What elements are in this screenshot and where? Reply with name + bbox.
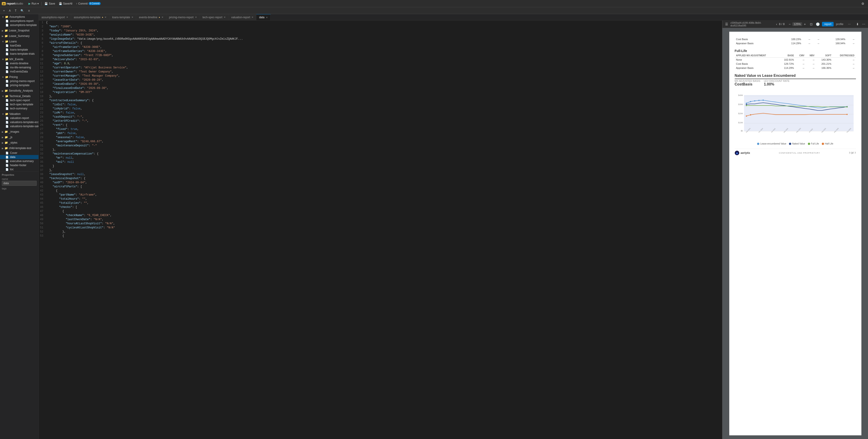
- sidebar-folder-child-template-header[interactable]: ▶ 📁 child-template-test: [0, 146, 38, 150]
- sidebar-file-pricing-template[interactable]: 📄 pricing-template: [0, 83, 38, 87]
- tab-valuation-report[interactable]: valuation-report ✕: [228, 14, 256, 20]
- save-all-button[interactable]: 💾 SaveAll: [57, 1, 74, 6]
- close-icon[interactable]: ✕: [195, 16, 197, 19]
- legend-dot-fulllife: [808, 143, 810, 145]
- prev-page-button[interactable]: ‹: [775, 22, 778, 26]
- line-number: 50: [39, 222, 46, 226]
- sidebar-folder-loans-header[interactable]: ▼ 📁 Loans: [0, 39, 38, 43]
- sidebar-file-assumptions-report[interactable]: 📄 assumptions-report: [0, 19, 38, 23]
- col-base: BASE: [778, 54, 795, 58]
- sidebar-folder-technical-header[interactable]: ▼ 📁 Technical_Details: [0, 94, 38, 98]
- sidebar-folder-assumptions-header[interactable]: ▼ 📁 Assumptions: [0, 15, 38, 19]
- preview-tab-report[interactable]: report: [822, 22, 834, 26]
- sidebar-file-data[interactable]: 📄 data: [0, 155, 38, 159]
- split-pane: 1{2 "msn": "1600",3 "today": "January 29…: [39, 21, 868, 439]
- toolbar-search-button[interactable]: 🔍: [19, 9, 25, 13]
- sidebar-folder-images-header[interactable]: ▶ 📁 _images: [0, 130, 38, 134]
- line-content: "fixed": true,: [46, 127, 79, 131]
- preview-menu-button[interactable]: ☰: [724, 22, 729, 26]
- sidebar-file-loans-template-trials[interactable]: 📄 loans-template-trials: [0, 52, 38, 56]
- line-content: {: [46, 189, 57, 193]
- line-number: 40: [39, 180, 46, 185]
- sidebar-file-loans-template[interactable]: 📄 loans-template: [0, 48, 38, 52]
- sidebar-file-toc[interactable]: 📄 toc: [0, 167, 38, 171]
- history-button[interactable]: 🕐: [815, 22, 820, 26]
- toolbar-menu-button[interactable]: ≡: [27, 9, 31, 13]
- tab-data[interactable]: data ✕: [256, 14, 271, 20]
- toolbar-plus-button[interactable]: +: [2, 9, 6, 13]
- tab-assumptions-report[interactable]: assumptions-report ✕: [39, 14, 71, 20]
- preview-content[interactable]: Cost Basis 100.23% -- -- 139.94% -- Appr…: [722, 28, 868, 439]
- sidebar-file-mx-life-remaining[interactable]: 📄 mx-life-remaining: [0, 65, 38, 69]
- zoom-out-button[interactable]: −: [788, 22, 792, 26]
- table-header-row: APPLIED MX ADJUSTMENT BASE CMV NBV SOFT …: [735, 54, 856, 58]
- code-line: 28 "pbh": false,: [39, 131, 722, 136]
- toolbar-t-button[interactable]: T: [13, 9, 18, 13]
- lev-discount-rate: LEV DISCOUNT RATE 1.00%: [764, 80, 789, 86]
- line-number: 35: [39, 160, 46, 164]
- sidebar-file-assumptions-template[interactable]: 📄 assumptions-template: [0, 23, 38, 27]
- sidebar-file-executive-summary[interactable]: 📄 executive-summary: [0, 159, 38, 163]
- chart-legend: Lease-encumbered Value Naked Value Full …: [735, 143, 856, 145]
- close-icon[interactable]: ✕: [66, 16, 68, 19]
- run-button[interactable]: ▶ Run ▾: [27, 1, 40, 6]
- sidebar-file-mxeventsdata[interactable]: 📄 mxEventsData: [0, 69, 38, 74]
- sidebar-file-tech-spec-report[interactable]: 📄 tech-spec-report: [0, 98, 38, 103]
- sidebar-file-loandata[interactable]: 📄 loanData: [0, 43, 38, 48]
- zoom-in-button[interactable]: +: [803, 22, 807, 26]
- line-number: 46: [39, 205, 46, 209]
- cell-label: None: [735, 58, 778, 62]
- file-icon: 📄: [5, 44, 9, 47]
- sidebar-folder-styles-header[interactable]: ▶ 📁 _styles: [0, 141, 38, 145]
- name-input[interactable]: [2, 181, 37, 186]
- cell-label: Appraiser Basis: [735, 41, 777, 46]
- sidebar-folder-js-header[interactable]: ▶ 📁 _js: [0, 135, 38, 139]
- close-icon[interactable]: ✕: [161, 16, 163, 19]
- close-icon[interactable]: ✕: [266, 16, 268, 19]
- code-line: 39 "technicalSnapshot": {: [39, 176, 722, 180]
- tab-events-timeline[interactable]: events-timeline ● ✕: [136, 14, 166, 20]
- sidebar-folder-lease-snapshot-header[interactable]: ▶ 📁 Lease_Snapshot: [0, 29, 38, 33]
- sidebar-file-tech-summary[interactable]: 📄 tech-summary: [0, 107, 38, 111]
- sidebar-file-valuation-report[interactable]: 📄 valuation-report: [0, 116, 38, 120]
- fit-button[interactable]: ⊡: [809, 22, 813, 26]
- js-badge: js: [2, 2, 6, 5]
- naked-value-title: Naked Value vs Lease Encumbered: [735, 74, 856, 79]
- preview-tab-more[interactable]: ⋯: [846, 22, 853, 26]
- sidebar-folder-sensitivity-header[interactable]: ▶ 📁 Sensitivity_Analysis: [0, 89, 38, 93]
- close-icon[interactable]: ✕: [104, 16, 106, 19]
- preview-tab-profile[interactable]: profile: [834, 22, 846, 26]
- commit-button[interactable]: ↑ Commit 9 Commit: [74, 1, 102, 6]
- sidebar-folder-pricing-header[interactable]: ▼ 📁 Pricing: [0, 75, 38, 79]
- tab-pricing-memo-report[interactable]: pricing-memo-report ✕: [166, 14, 200, 20]
- more-button[interactable]: ⋯: [861, 22, 866, 26]
- save-button[interactable]: 💾 Save: [42, 1, 57, 6]
- close-icon[interactable]: ✕: [131, 16, 133, 19]
- settings-button[interactable]: ⚙: [860, 1, 866, 6]
- sidebar-folder-mx-events-header[interactable]: ▼ 📁 MX_Events: [0, 57, 38, 61]
- tab-loans-template[interactable]: loans-template ✕: [110, 14, 136, 20]
- table-row: Cost Basis 129.72% -- -- 201.21% --: [735, 62, 856, 66]
- file-icon: 📄: [5, 99, 9, 102]
- close-icon[interactable]: ✕: [224, 16, 225, 19]
- tab-assumptions-template[interactable]: assumptions-template ● ✕: [71, 14, 110, 20]
- tab-tech-spec-report[interactable]: tech-spec-report ✕: [200, 14, 228, 20]
- sidebar-folder-valuation-header[interactable]: ▼ 📁 Valuation: [0, 112, 38, 116]
- line-content: "contractedLeaseSummary": {: [46, 98, 94, 103]
- download-button[interactable]: ⬇: [855, 22, 860, 26]
- toolbar-a-button[interactable]: A: [7, 9, 12, 13]
- sidebar-file-valuations-template-sale[interactable]: 📄 valuations-template-sale: [0, 124, 38, 128]
- sidebar-folder-lease-summary-header[interactable]: ▶ 📁 Lease_Summary: [0, 34, 38, 38]
- sidebar-file-cover[interactable]: 📄 Cover: [0, 151, 38, 155]
- separator: [41, 2, 42, 5]
- sidebar-file-events-timeline[interactable]: 📄 events-timeline: [0, 61, 38, 65]
- aerlytix-name: aerlytix: [741, 151, 750, 154]
- sidebar-file-header-footer[interactable]: 📄 header-footer: [0, 163, 38, 167]
- cell-nbv: --: [811, 37, 820, 41]
- code-line: 41 "aircraftParts": [: [39, 185, 722, 189]
- close-icon[interactable]: ✕: [251, 16, 253, 19]
- code-editor[interactable]: 1{2 "msn": "1600",3 "today": "January 29…: [39, 21, 722, 439]
- sidebar-file-pricing-memo-report[interactable]: 📄 pricing-memo-report: [0, 79, 38, 83]
- sidebar-file-tech-spec-template[interactable]: 📄 tech-spec-template: [0, 103, 38, 107]
- sidebar-file-valuations-template-ecd[interactable]: 📄 valuations-template-ecd: [0, 120, 38, 124]
